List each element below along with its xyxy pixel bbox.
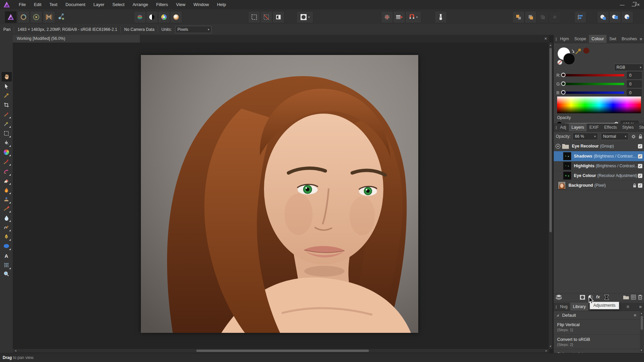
blend-ranges-icon[interactable] xyxy=(604,295,609,300)
menu-filters[interactable]: Filters xyxy=(152,0,172,9)
close-button[interactable]: × xyxy=(633,0,644,9)
layers-stack-icon[interactable] xyxy=(556,295,562,300)
new-layer-icon[interactable] xyxy=(631,295,636,300)
grid-button[interactable] xyxy=(381,11,393,23)
library-item[interactable]: Strip metadata xyxy=(554,349,644,353)
tab-navigator[interactable]: Nvg xyxy=(557,303,570,311)
menu-window[interactable]: Window xyxy=(190,0,213,9)
section-menu-icon[interactable]: ≡ xyxy=(634,313,636,318)
menu-view[interactable]: View xyxy=(172,0,190,9)
panel-drag-handle[interactable]: || xyxy=(555,305,557,309)
panel-menu-icon[interactable]: ≡ xyxy=(640,37,642,42)
crop-tool[interactable] xyxy=(2,101,11,109)
tab-library[interactable]: Library xyxy=(570,303,588,311)
marquee-tool[interactable] xyxy=(2,129,11,138)
tab-effects[interactable]: Effects xyxy=(601,123,620,131)
scroll-left-icon[interactable]: ◂ xyxy=(15,349,16,353)
layer-row-group[interactable]: Eye Recolour (Group) ✓ xyxy=(554,141,644,151)
menu-edit[interactable]: Edit xyxy=(30,0,45,9)
deselect-button[interactable] xyxy=(260,11,272,23)
menu-document[interactable]: Document xyxy=(61,0,89,9)
scroll-down-icon[interactable]: ▾ xyxy=(550,345,551,348)
document-tab[interactable]: Working [Modified] (56.0%) xyxy=(13,35,140,43)
blue-value-field[interactable]: 0 xyxy=(627,89,642,96)
invert-selection-button[interactable] xyxy=(272,11,284,23)
layer-row-shadows[interactable]: Shadows (Brightness / Contrast… ✓ xyxy=(554,151,644,162)
select-all-button[interactable] xyxy=(248,11,260,23)
tab-covered-right[interactable]: n xyxy=(627,303,632,311)
library-item[interactable]: Convert to sRGB {Steps: 2} xyxy=(554,335,644,349)
layer-row-background[interactable]: Background (Pixel) ✓ xyxy=(554,181,644,190)
tone-mapping-persona-button[interactable] xyxy=(43,11,55,23)
new-group-icon[interactable] xyxy=(623,295,629,300)
flood-select-tool[interactable] xyxy=(2,119,11,128)
tab-swatches[interactable]: Swt xyxy=(606,35,619,43)
menu-file[interactable]: File xyxy=(15,0,30,9)
paint-brush-tool[interactable] xyxy=(2,157,11,166)
layer-visibility-checkbox[interactable]: ✓ xyxy=(638,174,642,178)
insert-behind-button[interactable] xyxy=(609,11,621,23)
colour-picker-tool[interactable] xyxy=(2,91,11,100)
menu-layer[interactable]: Layer xyxy=(89,0,108,9)
gradient-tool[interactable] xyxy=(2,148,11,157)
mesh-warp-tool[interactable] xyxy=(2,261,11,269)
move-tool[interactable] xyxy=(2,82,11,90)
layer-visibility-checkbox[interactable]: ✓ xyxy=(638,164,642,168)
snapping-button[interactable]: ▾ xyxy=(405,11,421,23)
expand-group-icon[interactable] xyxy=(555,144,560,149)
assistant-button[interactable] xyxy=(435,11,447,23)
tab-styles[interactable]: Styles xyxy=(620,123,636,131)
blend-options-gear-icon[interactable] xyxy=(631,134,636,139)
blur-tool[interactable] xyxy=(2,214,11,222)
green-value-field[interactable]: 0 xyxy=(627,80,642,87)
minimize-button[interactable]: — xyxy=(616,0,628,9)
insert-inside-button[interactable] xyxy=(597,11,609,23)
menu-select[interactable]: Select xyxy=(108,0,128,9)
move-backward-button[interactable] xyxy=(537,11,549,23)
move-to-back-button[interactable] xyxy=(549,11,561,23)
layer-visibility-checkbox[interactable]: ✓ xyxy=(638,144,642,148)
menu-text[interactable]: Text xyxy=(45,0,61,9)
tab-stock[interactable]: Stock xyxy=(636,123,644,131)
zoom-tool[interactable] xyxy=(2,269,11,278)
auto-white-balance-button[interactable] xyxy=(170,11,182,23)
layer-row-highlights[interactable]: Highlights (Brightness / Contrast… ✓ xyxy=(554,161,644,171)
library-scroll-down-icon[interactable]: ▾ xyxy=(641,349,642,352)
selection-brush-tool[interactable] xyxy=(2,110,11,119)
delete-layer-icon[interactable] xyxy=(638,294,642,300)
colour-model-dropdown[interactable]: RGB ▾ xyxy=(614,64,644,71)
menu-help[interactable]: Help xyxy=(213,0,230,9)
menu-arrange[interactable]: Arrange xyxy=(128,0,152,9)
section-collapse-icon[interactable]: ◢ xyxy=(556,313,559,317)
insert-on-top-button[interactable] xyxy=(621,11,633,23)
add-mask-icon[interactable] xyxy=(580,295,585,300)
erase-brush-tool[interactable] xyxy=(2,176,11,185)
library-scroll-up-icon[interactable]: ▴ xyxy=(641,311,642,315)
quick-mask-button[interactable]: ▾ xyxy=(297,11,313,23)
canvas-viewport[interactable] xyxy=(13,43,549,349)
layer-lock-icon[interactable] xyxy=(633,183,636,188)
auto-colour-button[interactable] xyxy=(158,11,170,23)
red-slider-knob[interactable] xyxy=(561,73,566,77)
tab-adjustment[interactable]: Adj xyxy=(557,123,569,131)
smudge-tool[interactable] xyxy=(2,223,11,232)
recent-colour-swatch[interactable] xyxy=(583,48,589,54)
colour-swatches[interactable] xyxy=(556,46,577,66)
tab-layers[interactable]: Layers xyxy=(569,123,587,131)
tab-brushes[interactable]: Brushes xyxy=(619,35,640,43)
view-tool[interactable] xyxy=(2,72,12,81)
tab-histogram[interactable]: Hgm xyxy=(557,35,572,43)
develop-persona-button[interactable] xyxy=(30,11,42,23)
library-item[interactable]: Flip Vertical {Steps: 1} xyxy=(554,320,644,335)
layer-row-eye-colour[interactable]: Eye Colour (Recolour Adjustment) ✓ xyxy=(554,171,644,181)
burn-tool[interactable] xyxy=(2,186,11,194)
panel-drag-handle[interactable]: || xyxy=(555,37,557,41)
lock-icon[interactable] xyxy=(639,134,642,139)
live-filter-fx-icon[interactable]: fx xyxy=(596,294,600,299)
export-persona-button[interactable] xyxy=(56,11,67,22)
vertical-scrollbar[interactable]: ▴ ▾ xyxy=(549,43,552,349)
layer-visibility-checkbox[interactable]: ✓ xyxy=(638,183,642,188)
tab-colour[interactable]: Colour xyxy=(589,35,607,43)
panel-drag-handle[interactable]: || xyxy=(555,125,557,129)
text-tool[interactable]: A xyxy=(2,251,11,260)
